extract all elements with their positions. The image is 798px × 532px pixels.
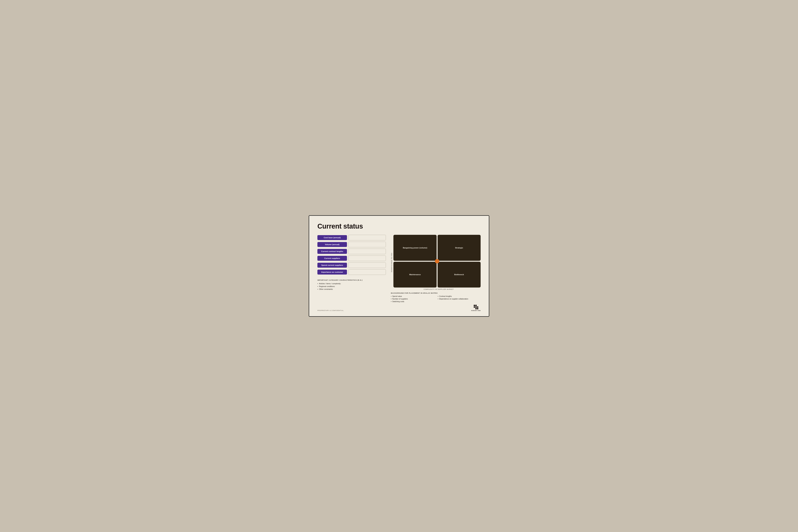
slide-title: Current status: [317, 222, 481, 230]
field-input-0[interactable]: [348, 235, 386, 241]
field-label-3: Current suppliers: [317, 256, 347, 261]
right-bottom: BACKGROUND FOR PLACEMENT IN KRALJC MATRI…: [391, 292, 481, 303]
field-row-5: Importance as customer: [317, 269, 386, 275]
footer-text: PROPRIETARY & CONFIDENTIAL: [317, 310, 344, 311]
logo-text: KODIAK HUB: [471, 310, 481, 311]
field-label-4: Spend current suppliers: [317, 263, 347, 268]
left-panel: Cost base (annual)Volume (annual)Current…: [317, 235, 386, 303]
matrix-cell-bottleneck: Bottleneck: [438, 262, 481, 288]
main-content: Cost base (annual)Volume (annual)Current…: [317, 235, 481, 303]
category-section: IMPORTANT CATEGORY CHARACTERISTICS (E.G.…: [317, 278, 386, 291]
field-label-0: Cost base (annual): [317, 235, 347, 240]
field-row-2: Current contract lengths: [317, 249, 386, 254]
logo-dot-6: [477, 306, 478, 308]
category-section-label: IMPORTANT CATEGORY CHARACTERISTICS (E.G.…: [317, 279, 386, 281]
field-row-4: Spend current suppliers: [317, 262, 386, 268]
slide-footer: PROPRIETARY & CONFIDENTIAL KODIAK HUB: [317, 305, 481, 311]
matrix-area: SIGNIFICANCE TO YOU Bargaining power (vo…: [391, 235, 481, 290]
field-row-1: Volume (annual): [317, 242, 386, 247]
matrix-container: SIGNIFICANCE TO YOU Bargaining power (vo…: [391, 235, 481, 290]
right-bullet-1-0: Contract lengths: [438, 295, 481, 297]
right-bullet-0-0: Spend value: [391, 295, 434, 297]
field-rows: Cost base (annual)Volume (annual)Current…: [317, 235, 386, 275]
matrix-cell-bargaining: Bargaining power (volume): [394, 235, 436, 261]
logo-dot-4: [474, 306, 475, 308]
bullet-item-1: Regional conditions:: [317, 285, 386, 287]
bullet-item-2: Other constraints:: [317, 288, 386, 290]
matrix-cell-maintenance: Maintenance: [394, 262, 436, 288]
logo-dot-1: [474, 305, 475, 306]
field-row-3: Current suppliers: [317, 255, 386, 261]
right-panel: SIGNIFICANCE TO YOU Bargaining power (vo…: [391, 235, 481, 303]
right-bullet-1-1: Dependence on supplier collaboration: [438, 298, 481, 300]
logo-grid: [474, 305, 478, 309]
field-input-1[interactable]: [348, 242, 386, 247]
y-axis-label: SIGNIFICANCE TO YOU: [391, 235, 393, 290]
slide: Current status Cost base (annual)Volume …: [309, 215, 489, 317]
background-bullets: Spend valueNumber of suppliersSwitching …: [391, 295, 481, 303]
bullet-item-0: Articles / items / complexity:: [317, 283, 386, 285]
field-label-5: Importance as customer: [317, 270, 347, 274]
field-input-5[interactable]: [348, 269, 386, 275]
matrix-grid-wrapper: Bargaining power (volume) Strategic Main…: [394, 235, 481, 290]
field-row-0: Cost base (annual): [317, 235, 386, 241]
logo-dot-9: [477, 308, 478, 309]
background-section-label: BACKGROUND FOR PLACEMENT IN KRALJC MATRI…: [391, 292, 481, 294]
logo-dot-7: [474, 308, 475, 309]
field-input-4[interactable]: [348, 262, 386, 268]
logo-wrapper: KODIAK HUB: [471, 305, 481, 311]
logo-dot-8: [475, 308, 477, 309]
x-axis-label: COMPLEXITY IN SUPPLIER MARKET: [394, 288, 481, 290]
right-bullet-0-2: Switching costs: [391, 301, 434, 302]
field-input-2[interactable]: [348, 249, 386, 254]
field-label-2: Current contract lengths: [317, 249, 347, 254]
logo-dot-3: [477, 305, 478, 306]
logo-dot-5: [475, 306, 477, 308]
logo-dot-2: [475, 305, 477, 306]
field-input-3[interactable]: [348, 255, 386, 261]
category-bullets: Articles / items / complexity:Regional c…: [317, 283, 386, 290]
right-bullet-col-1: Contract lengthsDependence on supplier c…: [438, 295, 481, 303]
field-label-1: Volume (annual): [317, 242, 347, 247]
matrix-grid: Bargaining power (volume) Strategic Main…: [394, 235, 481, 288]
right-bullet-0-1: Number of suppliers: [391, 298, 434, 300]
matrix-cell-strategic: Strategic: [438, 235, 481, 261]
right-bullet-col-0: Spend valueNumber of suppliersSwitching …: [391, 295, 434, 303]
